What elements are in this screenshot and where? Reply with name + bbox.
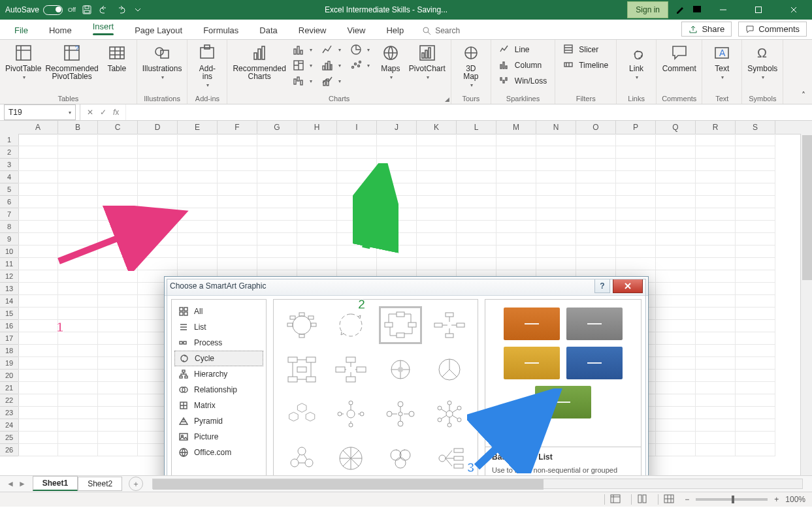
pivotchart-button[interactable]: PivotChart▾ (409, 42, 446, 82)
link-button[interactable]: Link▾ (622, 42, 651, 82)
column-header[interactable]: K (417, 121, 457, 134)
row-header[interactable]: 5 (0, 183, 18, 196)
gallery-thumb[interactable] (379, 395, 422, 433)
column-headers[interactable]: ABCDEFGHIJKLMNOPQRS (18, 121, 812, 134)
scatter-chart-button[interactable]: ▾ (348, 58, 372, 72)
row-header[interactable]: 7 (0, 208, 18, 221)
sheet-tab-active[interactable]: Sheet1 (33, 476, 78, 491)
spark-winloss-button[interactable]: Win/Loss (496, 74, 549, 88)
column-header[interactable]: B (58, 121, 98, 134)
page-break-view-icon[interactable] (658, 494, 678, 505)
worksheet-grid[interactable]: ABCDEFGHIJKLMNOPQRS 12345678910111213141… (0, 121, 812, 475)
stat-chart-button[interactable]: ▾ (319, 58, 344, 72)
spark-column-button[interactable]: Column (496, 58, 544, 72)
row-header[interactable]: 9 (0, 233, 18, 245)
zoom-in-icon[interactable]: + (774, 495, 779, 504)
dialog-launcher-icon[interactable]: ◢ (445, 96, 449, 103)
row-header[interactable]: 16 (0, 320, 18, 332)
tab-formulas[interactable]: Formulas (194, 22, 248, 39)
row-header[interactable]: 10 (0, 245, 18, 258)
gallery-thumb[interactable] (429, 439, 472, 475)
collapse-ribbon-icon[interactable]: ˄ (802, 91, 805, 100)
cat-all[interactable]: All (173, 304, 265, 319)
spark-line-button[interactable]: Line (496, 42, 532, 57)
row-header[interactable]: 17 (0, 332, 18, 345)
slicer-button[interactable]: Slicer (560, 42, 601, 57)
zoom-out-icon[interactable]: − (685, 495, 689, 504)
column-header[interactable]: F (218, 121, 257, 134)
illustrations-button[interactable]: Illustrations▾ (142, 42, 182, 82)
row-header[interactable]: 23 (0, 407, 18, 419)
comment-button[interactable]: Comment (662, 42, 696, 72)
tell-me-search[interactable]: Search (415, 22, 466, 39)
row-header[interactable]: 26 (0, 444, 18, 456)
zoom-slider[interactable] (696, 498, 768, 501)
row-header[interactable]: 18 (0, 345, 18, 357)
row-header[interactable]: 13 (0, 283, 18, 295)
pie-chart-button[interactable]: ▾ (348, 42, 372, 57)
row-header[interactable]: 8 (0, 221, 18, 233)
column-header[interactable]: E (178, 121, 218, 134)
column-header[interactable]: S (736, 121, 775, 134)
minimize-button[interactable] (709, 0, 738, 20)
zoom-level[interactable]: 100% (785, 495, 805, 504)
combo-chart-button[interactable]: ▾ (319, 74, 344, 88)
cat-list[interactable]: List (173, 319, 265, 335)
ribbon-options-icon[interactable] (692, 4, 702, 16)
scroll-thumb[interactable] (153, 479, 544, 490)
cat-process[interactable]: Process (173, 335, 265, 351)
cancel-formula-icon[interactable]: ✕ (87, 108, 93, 117)
tab-insert[interactable]: Insert (84, 18, 123, 39)
cat-hierarchy[interactable]: Hierarchy (173, 366, 265, 382)
column-header[interactable]: D (138, 121, 178, 134)
row-header[interactable]: 15 (0, 308, 18, 320)
symbols-button[interactable]: ΩSymbols▾ (747, 42, 777, 82)
gallery-thumb[interactable] (330, 439, 373, 475)
cat-picture[interactable]: Picture (173, 429, 265, 445)
sheet-tab[interactable]: Sheet2 (78, 477, 122, 491)
cat-relationship[interactable]: Relationship (173, 382, 265, 398)
cat-pyramid[interactable]: Pyramid (173, 413, 265, 429)
autosave-toggle[interactable]: AutoSave Off (5, 5, 76, 15)
row-header[interactable]: 20 (0, 370, 18, 382)
normal-view-icon[interactable] (604, 494, 625, 505)
pivottable-button[interactable]: PivotTable▾ (5, 42, 41, 82)
3d-map-button[interactable]: 3D Map▾ (457, 42, 485, 89)
gallery-thumb[interactable] (429, 351, 472, 388)
tab-data[interactable]: Data (250, 22, 286, 39)
tab-file[interactable]: File (5, 22, 37, 39)
gallery-thumb[interactable] (280, 439, 323, 475)
addins-button[interactable]: Add- ins▾ (193, 42, 221, 89)
row-header[interactable]: 12 (0, 270, 18, 283)
qat-dropdown-icon[interactable] (132, 4, 144, 16)
row-header[interactable]: 22 (0, 394, 18, 407)
table-button[interactable]: Table (103, 42, 131, 72)
tab-home[interactable]: Home (40, 22, 81, 39)
row-header[interactable]: 3 (0, 159, 18, 171)
new-sheet-button[interactable]: ＋ (129, 477, 143, 491)
share-button[interactable]: Share (681, 22, 732, 37)
gallery-thumb-selected[interactable] (379, 306, 422, 344)
text-button[interactable]: AText▾ (707, 42, 736, 82)
sheet-nav-next-icon[interactable]: ► (18, 479, 26, 488)
gallery-thumb[interactable] (379, 439, 422, 475)
row-header[interactable]: 1 (0, 134, 18, 146)
gallery-thumb[interactable] (429, 395, 472, 433)
tab-help[interactable]: Help (377, 22, 413, 39)
row-header[interactable]: 19 (0, 357, 18, 370)
column-header[interactable]: H (297, 121, 337, 134)
row-header[interactable]: 11 (0, 258, 18, 270)
row-header[interactable]: 21 (0, 382, 18, 394)
row-header[interactable]: 4 (0, 171, 18, 183)
comments-button[interactable]: Comments (738, 22, 807, 37)
column-header[interactable]: J (377, 121, 417, 134)
cat-matrix[interactable]: Matrix (173, 398, 265, 413)
close-button[interactable] (779, 0, 808, 20)
row-header[interactable]: 25 (0, 432, 18, 444)
tab-page-layout[interactable]: Page Layout (125, 22, 191, 39)
column-header[interactable]: P (616, 121, 656, 134)
vertical-scrollbar[interactable] (800, 134, 812, 475)
sheet-nav-prev-icon[interactable]: ◄ (7, 479, 14, 488)
gallery-thumb[interactable] (379, 351, 422, 388)
column-header[interactable]: M (496, 121, 536, 134)
